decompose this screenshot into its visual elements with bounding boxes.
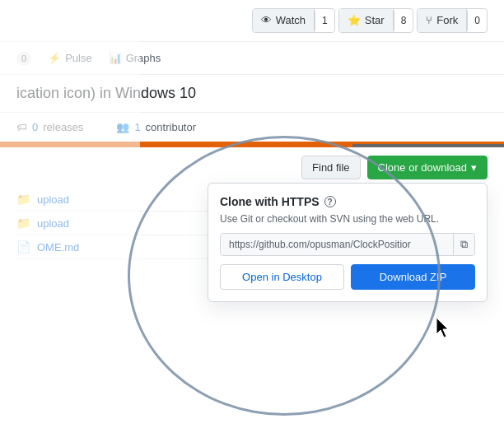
star-group: ⭐ Star 8 <box>338 8 414 33</box>
find-file-button[interactable]: Find file <box>301 156 361 179</box>
copy-url-button[interactable]: ⧉ <box>453 234 474 255</box>
file-name: OME.md <box>37 241 79 254</box>
fork-group: ⑂ Fork 0 <box>417 8 488 33</box>
fork-button[interactable]: ⑂ Fork <box>418 9 467 32</box>
clone-popup: Clone with HTTPS ? Use Git or checkout w… <box>208 183 488 302</box>
stat-releases[interactable]: 🏷 0 releases <box>16 121 83 133</box>
star-count: 8 <box>394 11 413 30</box>
fork-label: Fork <box>436 13 458 28</box>
chevron-down-icon: ▾ <box>471 161 477 174</box>
star-label: Star <box>365 13 385 28</box>
nav-bar: 0 ⚡ Pulse 📊 Graphs <box>0 42 504 75</box>
clone-popup-title: Clone with HTTPS ? <box>220 195 475 208</box>
clone-url-row: ⧉ <box>220 233 475 256</box>
watch-label: Watch <box>276 13 306 28</box>
clone-or-download-button[interactable]: Clone or download ▾ <box>367 156 488 179</box>
help-icon[interactable]: ? <box>324 196 336 207</box>
open-in-desktop-button[interactable]: Open in Desktop <box>220 264 344 290</box>
file-name: upload <box>37 193 69 206</box>
clone-actions: Open in Desktop Download ZIP <box>220 264 475 290</box>
releases-label: releases <box>43 121 83 133</box>
contributors-count[interactable]: 1 <box>134 121 140 133</box>
download-zip-button[interactable]: Download ZIP <box>351 264 475 290</box>
watch-button[interactable]: 👁 Watch <box>253 9 315 32</box>
releases-count[interactable]: 0 <box>32 121 38 133</box>
nav-item-graphs[interactable]: 📊 Graphs <box>109 49 161 67</box>
nav-item-pulse[interactable]: ⚡ Pulse <box>48 49 92 67</box>
tag-icon: 🏷 <box>16 121 27 133</box>
star-button[interactable]: ⭐ Star <box>339 9 394 32</box>
mouse-cursor <box>436 318 453 337</box>
graphs-label: Graphs <box>126 52 161 64</box>
stats-bar: 🏷 0 releases 👥 1 contributor <box>0 113 504 144</box>
pulse-label: Pulse <box>65 52 92 64</box>
file-icon: 📄 <box>16 240 30 254</box>
contributors-label: contributor <box>146 121 196 133</box>
fork-icon: ⑂ <box>426 13 432 28</box>
top-bar: 👁 Watch 1 ⭐ Star 8 ⑂ Fork 0 <box>0 0 504 42</box>
fork-count: 0 <box>467 11 487 30</box>
action-row: Find file Clone or download ▾ <box>0 147 504 188</box>
issues-count: 0 <box>16 52 31 65</box>
watch-group: 👁 Watch 1 <box>252 8 335 33</box>
clone-url-input[interactable] <box>221 234 453 255</box>
page-title: ication icon) in Windows 10 <box>0 75 504 113</box>
stat-contributors[interactable]: 👥 1 contributor <box>116 121 196 133</box>
star-icon: ⭐ <box>348 13 361 28</box>
folder-icon: 📁 <box>16 216 30 230</box>
eye-icon: 👁 <box>261 13 272 28</box>
folder-icon: 📁 <box>16 193 30 206</box>
pulse-icon: ⚡ <box>48 52 61 64</box>
watch-count: 1 <box>315 11 334 30</box>
clone-popup-description: Use Git or checkout with SVN using the w… <box>220 213 475 225</box>
graphs-icon: 📊 <box>109 52 122 64</box>
clone-title-text: Clone with HTTPS <box>220 195 320 208</box>
clone-label: Clone or download <box>378 161 467 174</box>
file-name: upload <box>37 217 69 230</box>
contributors-icon: 👥 <box>116 121 129 133</box>
